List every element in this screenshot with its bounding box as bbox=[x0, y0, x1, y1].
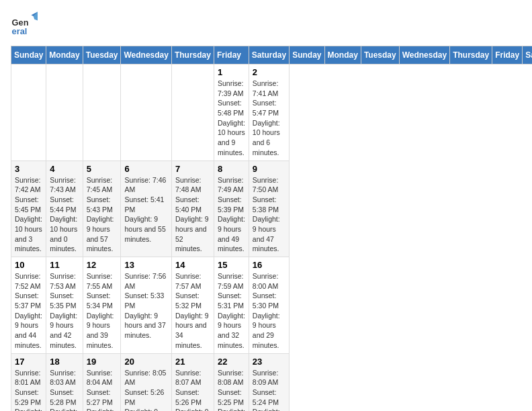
day-info: Sunrise: 7:50 AMSunset: 5:38 PMDaylight:… bbox=[253, 175, 285, 255]
day-info: Sunrise: 8:07 AMSunset: 5:26 PMDaylight:… bbox=[175, 368, 210, 412]
calendar-cell: 12Sunrise: 7:55 AMSunset: 5:34 PMDayligh… bbox=[83, 257, 121, 354]
day-info: Sunrise: 8:01 AMSunset: 5:29 PMDaylight:… bbox=[15, 368, 42, 412]
day-number: 21 bbox=[175, 357, 210, 367]
header-thursday: Thursday bbox=[171, 46, 214, 64]
header-saturday: Saturday bbox=[249, 46, 289, 64]
day-number: 15 bbox=[218, 260, 245, 270]
day-number: 13 bbox=[124, 260, 167, 270]
day-number: 4 bbox=[50, 164, 79, 174]
calendar-cell bbox=[83, 64, 121, 161]
day-number: 6 bbox=[124, 164, 167, 174]
day-info: Sunrise: 7:55 AMSunset: 5:34 PMDaylight:… bbox=[87, 271, 118, 351]
day-number: 17 bbox=[15, 357, 42, 367]
header-tuesday: Tuesday bbox=[83, 46, 121, 64]
calendar-cell bbox=[121, 64, 171, 161]
day-number: 2 bbox=[253, 67, 285, 77]
day-info: Sunrise: 8:09 AMSunset: 5:24 PMDaylight:… bbox=[253, 368, 285, 412]
day-info: Sunrise: 7:48 AMSunset: 5:40 PMDaylight:… bbox=[175, 175, 210, 255]
calendar-cell bbox=[11, 64, 46, 161]
day-info: Sunrise: 8:03 AMSunset: 5:28 PMDaylight:… bbox=[50, 368, 79, 412]
day-info: Sunrise: 7:53 AMSunset: 5:35 PMDaylight:… bbox=[50, 271, 79, 351]
calendar-week-4: 17Sunrise: 8:01 AMSunset: 5:29 PMDayligh… bbox=[11, 353, 533, 411]
day-number: 5 bbox=[87, 164, 118, 174]
weekday-header-friday: Friday bbox=[492, 46, 523, 64]
calendar-week-2: 3Sunrise: 7:42 AMSunset: 5:45 PMDaylight… bbox=[11, 161, 533, 257]
day-number: 11 bbox=[50, 260, 79, 270]
calendar-cell bbox=[171, 64, 214, 161]
day-info: Sunrise: 8:04 AMSunset: 5:27 PMDaylight:… bbox=[87, 368, 118, 412]
day-number: 8 bbox=[218, 164, 245, 174]
calendar-cell: 16Sunrise: 8:00 AMSunset: 5:30 PMDayligh… bbox=[249, 257, 289, 354]
weekday-header-wednesday: Wednesday bbox=[399, 46, 449, 64]
day-info: Sunrise: 7:52 AMSunset: 5:37 PMDaylight:… bbox=[15, 271, 42, 351]
day-info: Sunrise: 7:45 AMSunset: 5:43 PMDaylight:… bbox=[87, 175, 118, 255]
calendar-cell: 20Sunrise: 8:05 AMSunset: 5:26 PMDayligh… bbox=[121, 353, 171, 411]
calendar-cell: 9Sunrise: 7:50 AMSunset: 5:38 PMDaylight… bbox=[249, 161, 289, 257]
day-number: 10 bbox=[15, 260, 42, 270]
header-wednesday: Wednesday bbox=[121, 46, 171, 64]
day-info: Sunrise: 7:42 AMSunset: 5:45 PMDaylight:… bbox=[15, 175, 42, 255]
day-info: Sunrise: 8:05 AMSunset: 5:26 PMDaylight:… bbox=[124, 368, 167, 412]
calendar-cell: 4Sunrise: 7:43 AMSunset: 5:44 PMDaylight… bbox=[46, 161, 83, 257]
weekday-header-monday: Monday bbox=[324, 46, 361, 64]
header-sunday: Sunday bbox=[11, 46, 46, 64]
day-info: Sunrise: 7:59 AMSunset: 5:31 PMDaylight:… bbox=[218, 271, 245, 351]
calendar-cell: 8Sunrise: 7:49 AMSunset: 5:39 PMDaylight… bbox=[214, 161, 249, 257]
calendar-cell: 23Sunrise: 8:09 AMSunset: 5:24 PMDayligh… bbox=[249, 353, 289, 411]
day-info: Sunrise: 7:43 AMSunset: 5:44 PMDaylight:… bbox=[50, 175, 79, 255]
calendar-cell: 14Sunrise: 7:57 AMSunset: 5:32 PMDayligh… bbox=[171, 257, 214, 354]
day-number: 20 bbox=[124, 357, 167, 367]
calendar-cell: 22Sunrise: 8:08 AMSunset: 5:25 PMDayligh… bbox=[214, 353, 249, 411]
calendar-cell: 11Sunrise: 7:53 AMSunset: 5:35 PMDayligh… bbox=[46, 257, 83, 354]
calendar-week-3: 10Sunrise: 7:52 AMSunset: 5:37 PMDayligh… bbox=[11, 257, 533, 354]
calendar-cell: 15Sunrise: 7:59 AMSunset: 5:31 PMDayligh… bbox=[214, 257, 249, 354]
logo: Gen eral bbox=[11, 11, 40, 38]
day-number: 16 bbox=[253, 260, 285, 270]
day-number: 12 bbox=[87, 260, 118, 270]
calendar-cell: 5Sunrise: 7:45 AMSunset: 5:43 PMDaylight… bbox=[83, 161, 121, 257]
day-number: 7 bbox=[175, 164, 210, 174]
day-info: Sunrise: 7:56 AMSunset: 5:33 PMDaylight:… bbox=[124, 271, 167, 340]
day-info: Sunrise: 7:41 AMSunset: 5:47 PMDaylight:… bbox=[253, 79, 285, 158]
day-info: Sunrise: 8:00 AMSunset: 5:30 PMDaylight:… bbox=[253, 271, 285, 351]
calendar-cell: 6Sunrise: 7:46 AMSunset: 5:41 PMDaylight… bbox=[121, 161, 171, 257]
calendar-cell: 2Sunrise: 7:41 AMSunset: 5:47 PMDaylight… bbox=[249, 64, 289, 161]
logo-icon: Gen eral bbox=[11, 11, 38, 38]
calendar-cell: 1Sunrise: 7:39 AMSunset: 5:48 PMDaylight… bbox=[214, 64, 249, 161]
header: Gen eral bbox=[11, 11, 521, 38]
weekday-header-saturday: Saturday bbox=[523, 46, 532, 64]
calendar-cell: 18Sunrise: 8:03 AMSunset: 5:28 PMDayligh… bbox=[46, 353, 83, 411]
day-number: 3 bbox=[15, 164, 42, 174]
weekday-header-tuesday: Tuesday bbox=[361, 46, 399, 64]
weekday-header-sunday: Sunday bbox=[290, 46, 324, 64]
calendar-cell: 13Sunrise: 7:56 AMSunset: 5:33 PMDayligh… bbox=[121, 257, 171, 354]
header-friday: Friday bbox=[214, 46, 249, 64]
calendar-week-1: 1Sunrise: 7:39 AMSunset: 5:48 PMDaylight… bbox=[11, 64, 533, 161]
day-number: 14 bbox=[175, 260, 210, 270]
day-number: 18 bbox=[50, 357, 79, 367]
header-monday: Monday bbox=[46, 46, 83, 64]
day-info: Sunrise: 7:46 AMSunset: 5:41 PMDaylight:… bbox=[124, 175, 167, 244]
calendar-cell: 19Sunrise: 8:04 AMSunset: 5:27 PMDayligh… bbox=[83, 353, 121, 411]
day-number: 22 bbox=[218, 357, 245, 367]
svg-text:eral: eral bbox=[12, 26, 28, 36]
day-number: 19 bbox=[87, 357, 118, 367]
calendar-cell: 7Sunrise: 7:48 AMSunset: 5:40 PMDaylight… bbox=[171, 161, 214, 257]
calendar-table: SundayMondayTuesdayWednesdayThursdayFrid… bbox=[11, 46, 532, 411]
day-info: Sunrise: 7:39 AMSunset: 5:48 PMDaylight:… bbox=[218, 79, 245, 158]
day-number: 1 bbox=[218, 67, 245, 77]
day-info: Sunrise: 8:08 AMSunset: 5:25 PMDaylight:… bbox=[218, 368, 245, 412]
calendar-header-row: SundayMondayTuesdayWednesdayThursdayFrid… bbox=[11, 46, 533, 64]
weekday-header-thursday: Thursday bbox=[450, 46, 492, 64]
calendar-cell: 3Sunrise: 7:42 AMSunset: 5:45 PMDaylight… bbox=[11, 161, 46, 257]
calendar-cell: 10Sunrise: 7:52 AMSunset: 5:37 PMDayligh… bbox=[11, 257, 46, 354]
calendar-cell: 21Sunrise: 8:07 AMSunset: 5:26 PMDayligh… bbox=[171, 353, 214, 411]
day-number: 23 bbox=[253, 357, 285, 367]
day-number: 9 bbox=[253, 164, 285, 174]
calendar-cell bbox=[46, 64, 83, 161]
day-info: Sunrise: 7:49 AMSunset: 5:39 PMDaylight:… bbox=[218, 175, 245, 255]
calendar-cell: 17Sunrise: 8:01 AMSunset: 5:29 PMDayligh… bbox=[11, 353, 46, 411]
day-info: Sunrise: 7:57 AMSunset: 5:32 PMDaylight:… bbox=[175, 271, 210, 351]
